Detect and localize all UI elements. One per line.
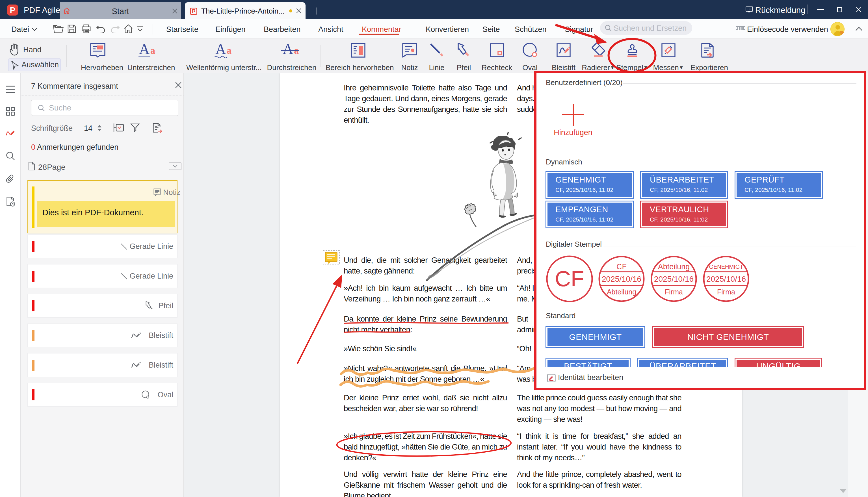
svg-text:2025/10/16: 2025/10/16 — [602, 275, 641, 283]
svg-text:2025/10/16: 2025/10/16 — [654, 275, 694, 283]
svg-text:Abteilung: Abteilung — [658, 262, 690, 271]
svg-text:Firma: Firma — [717, 288, 735, 296]
svg-text:CF: CF — [616, 262, 627, 271]
svg-text:CF: CF — [555, 266, 584, 291]
svg-text:2025/10/16: 2025/10/16 — [706, 275, 746, 283]
svg-text:Firma: Firma — [665, 288, 683, 296]
svg-text:Abteilung: Abteilung — [607, 288, 636, 296]
svg-text:GENEHMIGT: GENEHMIGT — [709, 264, 743, 270]
